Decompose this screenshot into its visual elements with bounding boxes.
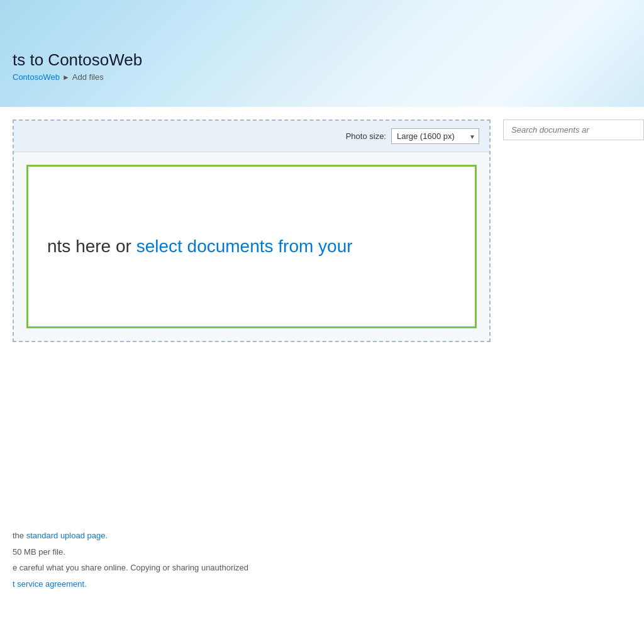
footer-note-1: the standard upload page. bbox=[13, 530, 453, 542]
upload-panel: Photo size: Small (800 px) Medium (1024 … bbox=[13, 119, 491, 342]
photo-size-wrapper[interactable]: Small (800 px) Medium (1024 px) Large (1… bbox=[391, 128, 479, 144]
search-input[interactable] bbox=[503, 119, 644, 140]
header-content: ts to ContosoWeb ContosoWeb ► Add files bbox=[0, 50, 644, 82]
standard-upload-link[interactable]: standard upload page. bbox=[26, 531, 108, 540]
breadcrumb: ContosoWeb ► Add files bbox=[13, 72, 631, 82]
footer-note-1-prefix: the bbox=[13, 531, 26, 540]
drop-zone-prefix: nts here or bbox=[47, 236, 136, 256]
photo-size-bar: Photo size: Small (800 px) Medium (1024 … bbox=[14, 121, 489, 152]
footer-notes: the standard upload page. 50 MB per file… bbox=[13, 530, 453, 594]
breadcrumb-arrow: ► bbox=[62, 73, 70, 82]
breadcrumb-parent[interactable]: ContosoWeb bbox=[13, 72, 60, 82]
drop-zone-link[interactable]: select documents from your bbox=[136, 236, 353, 256]
footer-note-3: e careful what you share online. Copying… bbox=[13, 562, 453, 574]
footer-note-4: t service agreement. bbox=[13, 578, 453, 591]
footer-note-2: 50 MB per file. bbox=[13, 546, 453, 558]
service-agreement-link[interactable]: t service agreement. bbox=[13, 579, 87, 589]
drop-zone[interactable]: nts here or select documents from your bbox=[26, 165, 477, 328]
page-title: ts to ContosoWeb bbox=[13, 50, 631, 70]
photo-size-select[interactable]: Small (800 px) Medium (1024 px) Large (1… bbox=[391, 128, 479, 144]
drop-zone-text: nts here or select documents from your bbox=[47, 236, 353, 257]
breadcrumb-current: Add files bbox=[72, 72, 104, 82]
search-box-container bbox=[503, 119, 644, 140]
main-content: Photo size: Small (800 px) Medium (1024 … bbox=[0, 107, 644, 355]
photo-size-label: Photo size: bbox=[346, 131, 386, 141]
